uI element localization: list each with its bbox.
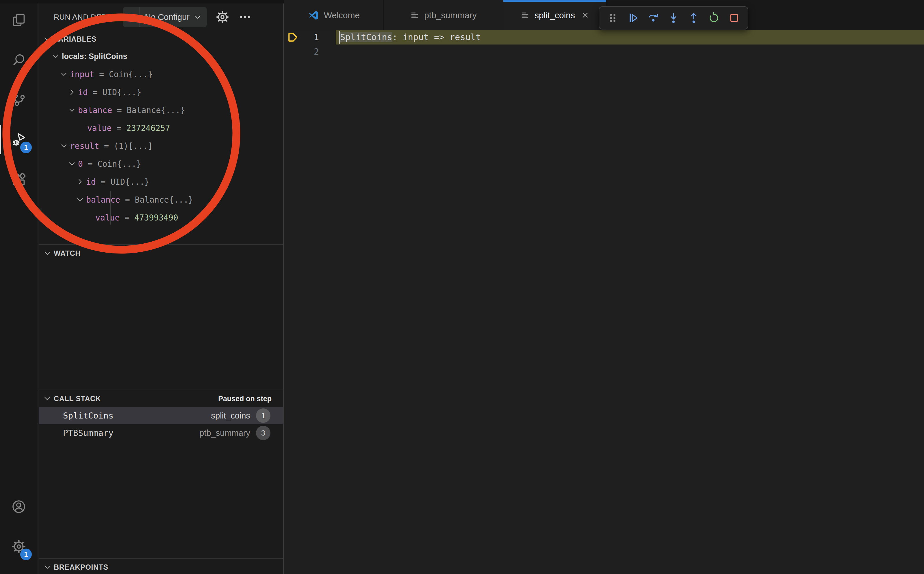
code-editor[interactable]: 1SplitCoins: input => result2: [284, 31, 924, 574]
step-into-button[interactable]: [663, 9, 684, 27]
chevron-down-icon: [43, 249, 52, 258]
search-icon: [11, 52, 26, 67]
equals-sign: =: [94, 69, 109, 79]
variable-name: value: [87, 123, 112, 133]
activity-bar: 1 1: [0, 0, 38, 574]
breakpoints-section-header[interactable]: BREAKPOINTS: [39, 559, 283, 574]
variable-row-0[interactable]: 0 = Coin{...}: [39, 155, 283, 173]
variable-row-value[interactable]: value = 237246257: [39, 119, 283, 137]
close-icon[interactable]: [581, 11, 589, 20]
source-control-icon: [11, 92, 26, 107]
sidebar-header: RUN AND DEBUG No Configur: [39, 3, 283, 31]
variable-text: balance = Balance{...}: [86, 195, 193, 205]
activity-bar-item-extensions[interactable]: [0, 159, 38, 199]
run-and-debug-sidebar: RUN AND DEBUG No Configur VARIABLES loca…: [39, 0, 284, 574]
variable-text: 0 = Coin{...}: [78, 159, 141, 169]
variable-name: 0: [78, 159, 83, 169]
call-stack-frame-PTBSummary[interactable]: PTBSummaryptb_summary3: [39, 424, 283, 442]
debug-config-label: No Configur: [140, 13, 193, 22]
drag-handle[interactable]: [603, 9, 623, 27]
activity-bar-item-source-control[interactable]: [0, 80, 38, 120]
tab-split_coins[interactable]: split_coins: [503, 0, 607, 31]
variable-value: UID{...}: [102, 88, 141, 97]
gear-icon[interactable]: [216, 10, 230, 24]
activity-bar-item-search[interactable]: [0, 40, 38, 80]
variable-row-value[interactable]: value = 473993490: [39, 209, 283, 227]
variable-text: input = Coin{...}: [70, 69, 153, 79]
call-stack-section-label: CALL STACK: [54, 394, 101, 403]
variable-value: 237246257: [126, 123, 170, 133]
variable-name: id: [78, 88, 88, 97]
code-text: SplitCoins: input => result: [340, 30, 481, 44]
chevron-down-icon[interactable]: [60, 142, 68, 150]
variable-row-input[interactable]: input = Coin{...}: [39, 65, 283, 83]
code-line-1[interactable]: 1SplitCoins: input => result: [284, 30, 924, 44]
code-line-2[interactable]: 2: [284, 44, 924, 59]
chevron-right-icon[interactable]: [68, 88, 76, 96]
variable-text: value = 473993490: [95, 213, 178, 222]
equals-sign: =: [120, 195, 135, 205]
variable-value: Balance{...}: [135, 195, 193, 205]
equals-sign: =: [99, 141, 114, 151]
tab-label: split_coins: [535, 10, 575, 20]
tab-label: ptb_summary: [424, 10, 477, 20]
variable-value: 473993490: [134, 213, 178, 222]
continue-button[interactable]: [623, 9, 643, 27]
tab-label: Welcome: [324, 10, 360, 20]
account-icon: [11, 499, 26, 514]
frame-line-badge: 3: [256, 426, 271, 440]
grip-icon: [607, 12, 619, 24]
more-actions-icon[interactable]: [238, 10, 252, 24]
restart-button[interactable]: [704, 9, 724, 27]
step-into-icon: [667, 12, 680, 24]
stop-icon: [728, 12, 740, 24]
start-debug-button[interactable]: [123, 7, 140, 27]
chevron-down-icon[interactable]: [52, 52, 60, 61]
step-out-button[interactable]: [684, 9, 704, 27]
activity-bar-item-accounts[interactable]: [0, 487, 38, 527]
call-stack-section-header[interactable]: CALL STACK Paused on step: [39, 390, 283, 407]
step-over-button[interactable]: [643, 9, 663, 27]
list-icon: [520, 10, 530, 20]
variable-row-balance[interactable]: balance = Balance{...}: [39, 101, 283, 119]
watch-section: WATCH: [39, 244, 283, 390]
variables-section: VARIABLES locals: SplitCoinsinput = Coin…: [39, 31, 283, 244]
variables-scope-row[interactable]: locals: SplitCoins: [39, 47, 283, 65]
equals-sign: =: [96, 177, 111, 187]
variable-row-id[interactable]: id = UID{...}: [39, 173, 283, 191]
extensions-icon: [11, 172, 26, 187]
continue-icon: [627, 12, 639, 24]
frame-source: split_coins: [211, 411, 250, 421]
variable-row-result[interactable]: result = (1)[...]: [39, 137, 283, 155]
activity-bar-item-explorer[interactable]: [0, 0, 38, 40]
chevron-down-icon: [43, 35, 52, 44]
tab-ptb_summary[interactable]: ptb_summary: [384, 0, 503, 31]
call-stack-section: CALL STACK Paused on step SplitCoinsspli…: [39, 390, 283, 558]
variable-value: (1)[...]: [114, 141, 153, 151]
restart-icon: [708, 12, 720, 24]
activity-bar-item-settings[interactable]: 1: [0, 527, 38, 566]
activity-bar-item-run-and-debug[interactable]: 1: [0, 120, 38, 159]
variables-section-header[interactable]: VARIABLES: [39, 31, 283, 47]
tab-Welcome[interactable]: Welcome: [284, 0, 384, 31]
stop-button[interactable]: [724, 9, 744, 27]
watch-section-header[interactable]: WATCH: [39, 245, 283, 262]
frame-line-badge: 1: [256, 408, 271, 423]
equals-sign: =: [112, 106, 127, 115]
call-stack-frame-SplitCoins[interactable]: SplitCoinssplit_coins1: [39, 407, 283, 424]
variable-row-balance[interactable]: balance = Balance{...}: [39, 191, 283, 209]
code-rest: : input => result: [392, 32, 481, 42]
chevron-right-icon[interactable]: [76, 177, 84, 186]
chevron-down-icon[interactable]: [68, 159, 76, 168]
chevron-down-icon[interactable]: [68, 106, 76, 114]
variable-name: id: [86, 177, 96, 187]
step-over-icon: [647, 12, 660, 24]
vscode-logo-icon: [308, 9, 319, 21]
sidebar-title: RUN AND DEBUG: [54, 13, 118, 22]
variable-row-id[interactable]: id = UID{...}: [39, 83, 283, 101]
chevron-down-icon[interactable]: [76, 196, 84, 204]
debug-config-dropdown[interactable]: No Configur: [123, 7, 207, 27]
variable-value: UID{...}: [110, 177, 150, 187]
frame-source: ptb_summary: [199, 428, 250, 438]
chevron-down-icon[interactable]: [60, 70, 68, 79]
